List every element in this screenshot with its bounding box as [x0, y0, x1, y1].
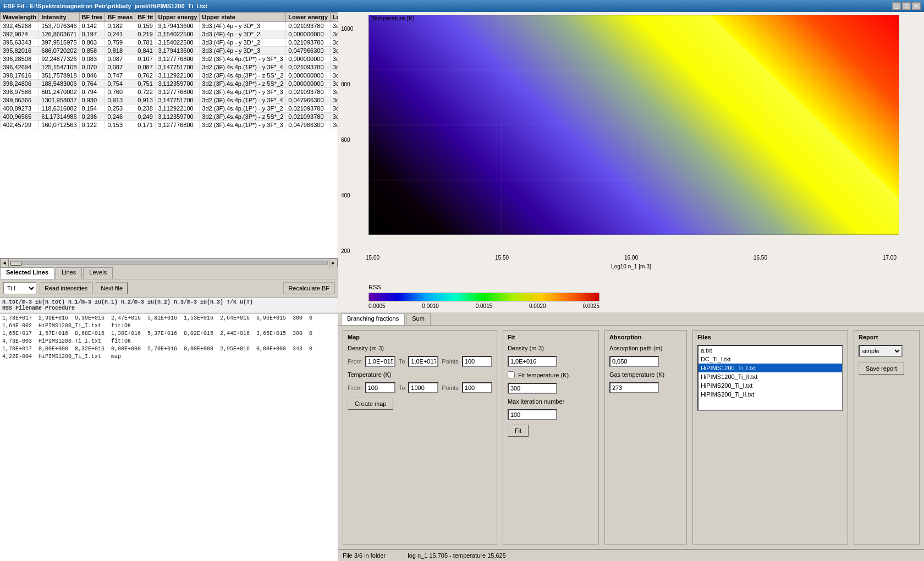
map-temp-from-input[interactable]: [365, 382, 395, 393]
map-density-from-input[interactable]: [365, 356, 395, 367]
map-temp-points-label: Points: [442, 384, 459, 391]
fit-density-input[interactable]: [508, 356, 557, 367]
scroll-thumb[interactable]: [10, 261, 21, 266]
heatmap-title: Temperature [K]: [371, 15, 414, 21]
fit-temperature-checkbox[interactable]: [508, 371, 515, 378]
cell-r6-c3: 0,747: [105, 72, 135, 80]
log-line: 1,65E+017 1,57E+016 8,68E+016 1,30E+016 …: [2, 330, 336, 338]
cell-r1-c1: 126,8663671: [39, 30, 79, 38]
data-table: WavelengthIntensityBF freeBF measBF fitU…: [0, 12, 338, 129]
absorption-path-input[interactable]: [609, 356, 659, 367]
cell-r0-c7: 0,021093780: [286, 22, 331, 30]
gas-temp-label-row: Gas temperature (K): [609, 371, 682, 378]
files-panel: Files a.txtDC_Ti_I.txtHiPIMS1200_Ti_I.tx…: [692, 330, 848, 544]
bottom-tab-branching-fractions[interactable]: Branching fractions: [341, 314, 405, 325]
heatmap-xaxis: 15.00 15.50 16.00 16.50 17.00: [366, 255, 897, 261]
recalculate-bf-button[interactable]: Recalculate BF: [283, 282, 334, 294]
table-scroll[interactable]: WavelengthIntensityBF freeBF measBF fitU…: [0, 12, 338, 258]
gas-temp-label: Gas temperature (K): [609, 371, 664, 378]
file-item[interactable]: HiPIMS1200_Ti_II.txt: [698, 372, 842, 381]
table-row[interactable]: 392,45268153,70763460,1420,1820,1593,179…: [1, 22, 338, 30]
file-item[interactable]: HiPIMS1200_Ti_I.txt: [698, 364, 842, 372]
cell-r7-c1: 188,5483006: [39, 80, 79, 88]
log-area[interactable]: 1,78E+017 2,99E+016 9,39E+016 2,47E+016 …: [0, 313, 338, 562]
table-row[interactable]: 398,17616351,75789180,8460,7470,7623,112…: [1, 72, 338, 80]
file-item[interactable]: a.txt: [698, 346, 842, 355]
files-list[interactable]: a.txtDC_Ti_I.txtHiPIMS1200_Ti_I.txtHiPIM…: [697, 345, 843, 411]
horizontal-scrollbar[interactable]: ◄ ►: [0, 258, 338, 267]
close-button[interactable]: ✕: [912, 2, 921, 10]
map-temp-points-input[interactable]: [462, 382, 492, 393]
table-row[interactable]: 392,9874126,86636710,1970,2410,2193,1540…: [1, 30, 338, 38]
file-item[interactable]: HiPIMS200_Ti_I.txt: [698, 381, 842, 390]
table-row[interactable]: 398,24806188,54830060,7640,7540,7513,112…: [1, 80, 338, 88]
cell-r3-c7: 0,047966300: [286, 47, 331, 55]
fit-density-label-row: Density (m-3): [508, 345, 594, 351]
report-type-select[interactable]: simple detailed: [859, 345, 903, 357]
scroll-right-arrow[interactable]: ►: [329, 258, 338, 267]
file-item[interactable]: DC_Ti_I.txt: [698, 355, 842, 364]
next-file-button[interactable]: Next file: [96, 282, 128, 294]
cell-r7-c2: 0,764: [79, 80, 105, 88]
report-panel: Report simple detailed Save report: [854, 330, 920, 544]
gas-temp-input[interactable]: [609, 382, 659, 393]
cell-r7-c5: 3,112359700: [156, 80, 200, 88]
read-intensities-button[interactable]: Read intensities: [40, 282, 92, 294]
map-density-label: Density (m-3): [348, 345, 384, 351]
scroll-left-arrow[interactable]: ◄: [0, 258, 9, 267]
tab-lines[interactable]: Lines: [56, 267, 82, 279]
map-density-points-input[interactable]: [462, 356, 492, 367]
table-row[interactable]: 395,63343397,95159750,8030,7590,7813,154…: [1, 38, 338, 47]
cell-r5-c4: 0,087: [135, 63, 156, 72]
cell-r4-c2: 0,083: [79, 55, 105, 63]
tab-levels[interactable]: Levels: [83, 267, 113, 279]
cell-r9-c4: 0,913: [135, 96, 156, 105]
cell-r6-c2: 0,846: [79, 72, 105, 80]
element-dropdown[interactable]: Ti ITi II: [3, 282, 36, 294]
maximize-button[interactable]: □: [902, 2, 911, 10]
cell-r11-c6: 3d2.(3F).4s.4p.(3P*) - z 5S*_2: [200, 113, 286, 121]
cell-r2-c7: 0,021093780: [286, 38, 331, 47]
table-row[interactable]: 395,82016686,07202020,8580,8180,8413,179…: [1, 47, 338, 55]
cell-r5-c7: 0,021093780: [286, 63, 331, 72]
cell-r2-c1: 397,9515975: [39, 38, 79, 47]
create-map-button[interactable]: Create map: [348, 398, 393, 410]
cell-r10-c4: 0,238: [135, 105, 156, 113]
cell-r4-c4: 0,107: [135, 55, 156, 63]
map-temp-from-label: From: [348, 384, 362, 391]
left-panel: WavelengthIntensityBF freeBF measBF fitU…: [0, 12, 338, 561]
cell-r9-c5: 3,147751700: [156, 96, 200, 105]
fit-temperature-input[interactable]: [508, 383, 557, 394]
cell-r8-c1: 801,2470002: [39, 88, 79, 96]
minimize-button[interactable]: _: [892, 2, 901, 10]
save-report-button[interactable]: Save report: [859, 362, 904, 375]
cell-r11-c3: 0,246: [105, 113, 135, 121]
file-item[interactable]: HiPIMS200_Ti_II.txt: [698, 390, 842, 399]
table-row[interactable]: 398,97586801,24700020,7940,7600,7223,127…: [1, 88, 338, 96]
tabs-bar: Selected LinesLinesLevels: [0, 267, 338, 279]
bottom-tab-sum[interactable]: Sum: [406, 314, 431, 325]
cell-r5-c3: 0,087: [105, 63, 135, 72]
table-row[interactable]: 400,9656561,173149860,2360,2460,2493,112…: [1, 113, 338, 121]
fit-button[interactable]: Fit: [508, 425, 529, 437]
heatmap-canvas: [369, 15, 899, 235]
cell-r8-c5: 3,127776800: [156, 88, 200, 96]
log-header: n_tot/m-3 ±u(n_tot) n_1/m-3 ±u(n_1) n_2/…: [0, 298, 338, 313]
table-row[interactable]: 399,863661301,9580370,9300,9130,9133,147…: [1, 96, 338, 105]
table-row[interactable]: 400,89273118,63160820,1540,2530,2383,112…: [1, 105, 338, 113]
table-row[interactable]: 396,2850892,248773260,0830,0870,1073,127…: [1, 55, 338, 63]
map-density-to-input[interactable]: [408, 356, 438, 367]
table-row[interactable]: 402,45709160,07125630,1220,1530,1713,127…: [1, 121, 338, 129]
cell-r12-c2: 0,122: [79, 121, 105, 129]
fit-maxiter-input[interactable]: [508, 409, 557, 420]
col-intensity: Intensity: [39, 13, 79, 22]
cell-r6-c0: 398,17616: [1, 72, 39, 80]
fit-maxiter-label-row: Max iteration number: [508, 398, 594, 405]
heatmap-yaxis: 1000 800 600 400 200: [341, 26, 353, 254]
cell-r10-c7: 0,021093780: [286, 105, 331, 113]
map-temp-to-input[interactable]: [408, 382, 438, 393]
cell-r4-c3: 0,087: [105, 55, 135, 63]
tab-selected-lines[interactable]: Selected Lines: [0, 267, 54, 279]
scroll-track[interactable]: [10, 261, 328, 265]
table-row[interactable]: 396,42694125,15471080,0700,0870,0873,147…: [1, 63, 338, 72]
